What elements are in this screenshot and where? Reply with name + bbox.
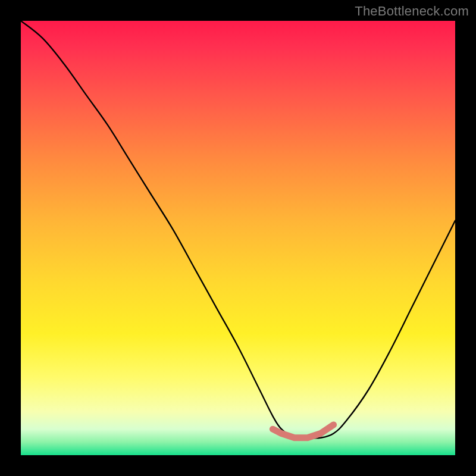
watermark-text: TheBottleneck.com (355, 4, 469, 19)
trough-marker (273, 425, 333, 438)
plot-area (21, 21, 455, 455)
chart-frame: TheBottleneck.com (0, 0, 476, 476)
bottleneck-curve-path (21, 21, 455, 439)
curve-svg (21, 21, 455, 455)
